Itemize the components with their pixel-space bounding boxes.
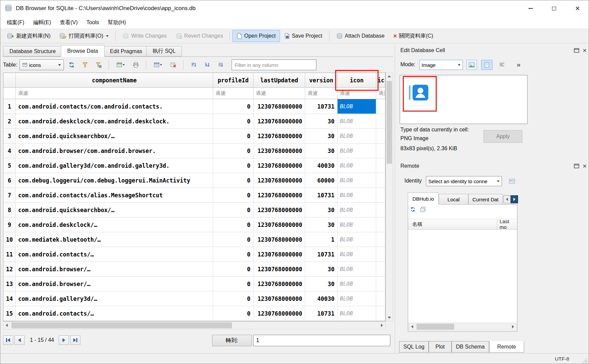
cell-version[interactable]: 10731 (305, 188, 338, 203)
table-row[interactable]: 6com.debug.loggerui/com.debug.loggerui.M… (3, 173, 385, 188)
global-filter-input[interactable] (232, 59, 316, 70)
vertical-scrollbar[interactable] (386, 73, 393, 321)
write-changes-button[interactable]: Write Changes (118, 30, 171, 42)
scroll-right-icon[interactable] (510, 323, 516, 330)
cell-componentName[interactable]: com.android.quicksearchbox/… (16, 129, 213, 144)
cell-componentName[interactable]: com.debug.loggerui/com.debug.loggerui.Ma… (16, 173, 213, 188)
cell-profileId[interactable]: 0 (213, 114, 253, 129)
cell-lastUpdated[interactable]: 1230768000000 (253, 232, 305, 247)
filter-input-icon[interactable]: 過濾 (338, 88, 376, 99)
cell-profileId[interactable]: 0 (213, 203, 253, 217)
cell-icon[interactable]: BLOB (338, 232, 376, 247)
cell-version[interactable]: 10731 (305, 247, 338, 262)
table-row[interactable]: 8com.android.quicksearchbox/…01230768000… (3, 203, 385, 217)
filter-input-profileId[interactable]: 過濾 (213, 88, 253, 99)
dock-float-icon[interactable] (574, 48, 579, 53)
table-row[interactable]: 10com.mediatek.bluetooth/…01230768000000… (3, 232, 385, 247)
tab-scroll-left-button[interactable] (503, 195, 511, 203)
cell-version[interactable]: 40030 (305, 158, 338, 173)
open-database-button[interactable]: 打開資料庫(O) (55, 30, 113, 42)
cell-profileId[interactable]: 0 (213, 306, 253, 321)
cell-componentName[interactable]: com.mediatek.bluetooth/… (16, 232, 213, 247)
column-header-profileId[interactable]: profileId (213, 73, 253, 88)
menu-view[interactable]: 查看(V) (55, 16, 82, 29)
next-page-button[interactable] (59, 335, 69, 345)
attach-database-button[interactable]: Attach Database (332, 30, 389, 42)
cell-componentName[interactable]: com.android.contacts/… (16, 247, 213, 262)
insert-record-button[interactable] (151, 59, 165, 70)
filter-input-clipped[interactable]: 過濾 (376, 88, 385, 99)
menu-file[interactable]: 檔案(F) (2, 16, 29, 29)
cell-version[interactable]: 30 (305, 277, 338, 291)
cell-componentName[interactable]: com.android.quicksearchbox/… (16, 203, 213, 217)
cell-clipped[interactable] (376, 203, 385, 217)
cell-componentName[interactable]: com.android.contacts/… (16, 306, 213, 321)
dock-tab-sql-log[interactable]: SQL Log (399, 341, 429, 353)
cell-componentName[interactable]: com.android.browser/… (16, 262, 213, 277)
remote-tab-current-db[interactable]: Current Dat (468, 194, 503, 205)
column-header-icon[interactable]: icon (338, 73, 376, 88)
cell-lastUpdated[interactable]: 1230768000000 (253, 158, 305, 173)
cell-clipped[interactable] (376, 277, 385, 291)
cell-componentName[interactable]: com.android.contacts/alias.MessageShortc… (16, 188, 213, 203)
table-row[interactable]: 1com.android.contacts/com.android.contac… (3, 99, 385, 114)
cell-profileId[interactable]: 0 (213, 232, 253, 247)
word-wrap-button[interactable] (497, 60, 507, 70)
resize-grip[interactable] (582, 358, 587, 363)
remote-scroll-thumb[interactable] (417, 324, 454, 330)
cell-componentName[interactable]: com.android.gallery3d/… (16, 291, 213, 306)
cell-icon[interactable]: BLOB (338, 277, 376, 291)
cell-profileId[interactable]: 0 (213, 144, 253, 158)
cell-lastUpdated[interactable]: 1230768000000 (253, 306, 305, 321)
cell-clipped[interactable] (376, 144, 385, 158)
cell-version[interactable]: 30 (305, 144, 338, 158)
cell-profileId[interactable]: 0 (213, 247, 253, 262)
text-view-toggle-button[interactable] (481, 60, 493, 70)
cell-profileId[interactable]: 0 (213, 217, 253, 232)
remote-column-name[interactable]: 名稱 (408, 221, 422, 228)
open-project-button[interactable]: Open Project (232, 30, 280, 42)
table-select[interactable]: icons (19, 59, 64, 70)
table-row[interactable]: 14com.android.gallery3d/…012307680000004… (3, 291, 385, 306)
sort-desc-button[interactable] (201, 59, 213, 70)
prev-page-button[interactable] (14, 335, 25, 345)
panel-splitter[interactable] (395, 43, 395, 353)
cell-profileId[interactable]: 0 (213, 173, 253, 188)
column-header-componentName[interactable]: componentName (16, 73, 213, 88)
cell-lastUpdated[interactable]: 1230768000000 (253, 247, 305, 262)
cell-icon[interactable]: BLOB (338, 144, 376, 158)
vertical-scroll-thumb[interactable] (387, 81, 392, 164)
cell-profileId[interactable]: 0 (213, 129, 253, 144)
column-header-lastUpdated[interactable]: lastUpdated (253, 73, 305, 88)
menu-tools[interactable]: Tools (82, 16, 103, 29)
cell-clipped[interactable] (376, 262, 385, 277)
cell-icon[interactable]: BLOB (338, 262, 376, 277)
import-image-button[interactable] (466, 60, 477, 70)
dock-float-icon[interactable] (574, 164, 579, 168)
cell-componentName[interactable]: com.android.browser/com.android.browser. (16, 144, 213, 158)
cell-version[interactable]: 30 (305, 217, 338, 232)
table-row[interactable]: 5com.android.gallery3d/com.android.galle… (3, 158, 385, 173)
table-row[interactable]: 7com.android.contacts/alias.MessageShort… (3, 188, 385, 203)
cell-lastUpdated[interactable]: 1230768000000 (253, 203, 305, 217)
sort-custom-button[interactable] (215, 59, 226, 70)
cell-clipped[interactable] (376, 158, 385, 173)
save-project-button[interactable]: Save Project (280, 30, 327, 42)
table-row[interactable]: 2com.android.deskclock/com.android.deskc… (3, 114, 385, 129)
tab-edit-pragmas[interactable]: Edit Pragmas (104, 46, 149, 56)
cell-clipped[interactable] (376, 99, 385, 114)
cell-clipped[interactable] (376, 291, 385, 306)
cell-lastUpdated[interactable]: 1230768000000 (253, 173, 305, 188)
revert-changes-button[interactable]: Revert Changes (171, 30, 228, 42)
cell-componentName[interactable]: com.android.contacts/com.android.contact… (16, 99, 213, 114)
delete-record-button[interactable] (167, 59, 179, 70)
goto-record-input[interactable] (253, 335, 390, 346)
cell-icon[interactable]: BLOB (338, 188, 376, 203)
encoding-indicator[interactable]: UTF-8 (555, 354, 570, 364)
dock-tab-plot[interactable]: Plot (429, 341, 451, 353)
dock-tab-db-schema[interactable]: DB Schema (451, 341, 489, 353)
last-page-button[interactable] (70, 335, 80, 345)
cell-profileId[interactable]: 0 (213, 262, 253, 277)
cell-profileId[interactable]: 0 (213, 277, 253, 291)
column-header-clipped[interactable]: ic (376, 73, 385, 88)
